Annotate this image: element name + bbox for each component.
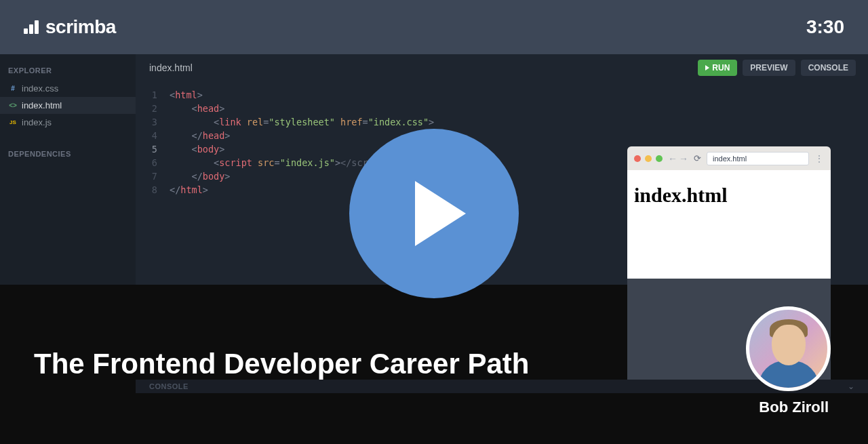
header: scrimba 3:30 [0, 0, 868, 54]
dependencies-heading: DEPENDENCIES [0, 143, 136, 163]
refresh-icon[interactable]: ⟳ [694, 153, 701, 163]
maximize-dot-icon [656, 155, 663, 162]
file-item-html[interactable]: <> index.html [0, 97, 136, 114]
file-name: index.html [22, 100, 62, 110]
console-label: CONSOLE [149, 382, 189, 390]
menu-icon[interactable]: ⋮ [814, 153, 824, 164]
url-field[interactable]: index.html [707, 152, 809, 165]
js-file-icon: JS [8, 118, 18, 127]
brand-name: scrimba [45, 16, 116, 38]
line-number: 3 [136, 115, 157, 129]
file-name: index.js [22, 117, 52, 127]
file-item-js[interactable]: JS index.js [0, 114, 136, 131]
line-number: 1 [136, 88, 157, 102]
line-number: 5 [136, 142, 157, 156]
line-number: 8 [136, 183, 157, 197]
preview-heading: index.html [634, 184, 824, 207]
back-icon[interactable]: ← [668, 153, 677, 164]
line-number: 6 [136, 156, 157, 169]
chevron-down-icon: ⌄ [848, 382, 854, 391]
preview-content: index.html [627, 170, 831, 279]
console-button[interactable]: CONSOLE [801, 60, 856, 76]
preview-button[interactable]: PREVIEW [743, 60, 795, 76]
file-item-css[interactable]: # index.css [0, 80, 136, 97]
preview-toolbar: ← → ⟳ index.html ⋮ [627, 146, 831, 170]
line-number: 4 [136, 129, 157, 142]
line-gutter: 1 2 3 4 5 6 7 8 [136, 88, 170, 197]
logo[interactable]: scrimba [24, 16, 116, 38]
console-bar[interactable]: CONSOLE ⌄ [136, 380, 868, 393]
course-title: The Frontend Developer Career Path [34, 348, 530, 380]
html-file-icon: <> [8, 101, 18, 110]
avatar-face [772, 325, 806, 365]
run-button[interactable]: RUN [698, 60, 737, 76]
css-file-icon: # [8, 84, 18, 94]
editor-tabs: index.html RUN PREVIEW CONSOLE [136, 54, 868, 81]
minimize-dot-icon [645, 155, 652, 162]
traffic-lights [634, 155, 663, 162]
nav-arrows: ← → [668, 153, 688, 164]
forward-icon[interactable]: → [679, 153, 688, 164]
run-label: RUN [712, 63, 730, 73]
timer: 3:30 [806, 16, 844, 38]
play-button[interactable] [349, 129, 519, 298]
active-tab[interactable]: index.html [149, 62, 193, 73]
instructor-avatar[interactable] [746, 306, 831, 391]
close-dot-icon [634, 155, 641, 162]
sidebar: EXPLORER # index.css <> index.html JS in… [0, 54, 136, 285]
line-number: 7 [136, 169, 157, 183]
line-number: 2 [136, 102, 157, 115]
editor-buttons: RUN PREVIEW CONSOLE [698, 60, 856, 76]
scrimba-logo-icon [24, 20, 39, 34]
explorer-heading: EXPLORER [0, 60, 136, 80]
file-name: index.css [22, 83, 58, 94]
play-icon [705, 65, 709, 70]
play-icon [415, 181, 466, 246]
instructor-name: Bob Ziroll [759, 399, 829, 416]
